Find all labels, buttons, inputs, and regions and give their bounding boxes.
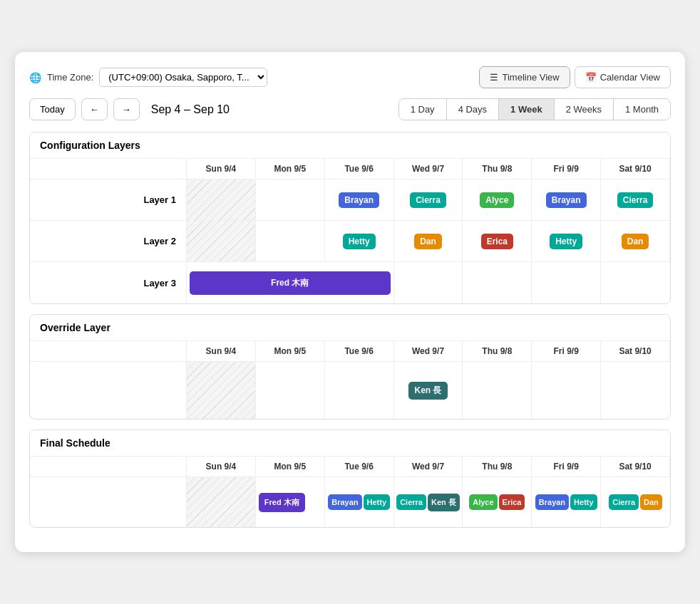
layer3-sat (601, 262, 670, 303)
layer1-label: Layer 1 (30, 179, 187, 221)
override-sat (601, 362, 670, 419)
final-sat[interactable]: Cierra Dan (601, 477, 670, 527)
period-1week[interactable]: 1 Week (499, 99, 555, 120)
layer3-label: Layer 3 (30, 262, 187, 303)
layer1-brayan-fri[interactable]: Brayan (546, 192, 587, 208)
layer2-erica-thu[interactable]: Erica (481, 234, 513, 249)
final-dan-sat[interactable]: Dan (640, 494, 662, 510)
final-fred-mon[interactable]: Fred 木南 (259, 493, 305, 512)
final-wed[interactable]: Cierra Ken 長 (394, 477, 463, 527)
configuration-layers-title: Configuration Layers (30, 132, 670, 159)
timezone-select[interactable]: (UTC+09:00) Osaka, Sapporo, T... (99, 68, 267, 87)
override-mon (256, 362, 325, 419)
final-header-mon: Mon 9/5 (256, 457, 325, 477)
layer2-mon (256, 221, 325, 262)
date-range: Sep 4 – Sep 10 (151, 103, 230, 116)
layer1-tue[interactable]: Brayan (325, 179, 394, 221)
final-grid: Sun 9/4 Mon 9/5 Tue 9/6 Wed 9/7 Thu 9/8 … (30, 457, 670, 527)
layer1-cierra-sat[interactable]: Cierra (617, 192, 654, 208)
config-header-tue: Tue 9/6 (325, 159, 394, 179)
layer2-sat[interactable]: Dan (601, 221, 670, 262)
calendar-view-button[interactable]: 📅 Calendar View (575, 66, 671, 88)
nav-row: Today ← → Sep 4 – Sep 10 1 Day 4 Days 1 … (29, 98, 671, 120)
final-ken-wed[interactable]: Ken 長 (428, 494, 460, 511)
layer1-cierra-wed[interactable]: Cierra (410, 192, 446, 208)
final-header-fri: Fri 9/9 (532, 457, 601, 477)
layer3-thu (463, 262, 532, 303)
header-row: 🌐 Time Zone: (UTC+09:00) Osaka, Sapporo,… (29, 66, 671, 88)
layer1-thu[interactable]: Alyce (463, 179, 532, 221)
override-ken-chip[interactable]: Ken 長 (408, 382, 447, 400)
layer1-brayan-tue[interactable]: Brayan (339, 192, 379, 208)
timeline-view-button[interactable]: ☰ Timeline View (479, 66, 570, 88)
final-fri[interactable]: Brayan Hetty (532, 477, 601, 527)
layer3-fri (532, 262, 601, 303)
override-sun (187, 362, 256, 419)
override-header-mon: Mon 9/5 (256, 341, 325, 362)
layer1-alyce-thu[interactable]: Alyce (480, 192, 514, 208)
layer3-fred-span[interactable]: Fred 木南 (187, 262, 394, 303)
final-header-sat: Sat 9/10 (601, 457, 670, 477)
final-hetty-tue[interactable]: Hetty (364, 494, 391, 510)
override-header-sun: Sun 9/4 (187, 341, 256, 362)
period-4days[interactable]: 4 Days (447, 99, 499, 120)
layer2-dan-sat[interactable]: Dan (622, 234, 649, 249)
override-fri (532, 362, 601, 419)
final-schedule-title: Final Schedule (30, 430, 670, 457)
layer2-fri[interactable]: Hetty (532, 221, 601, 262)
override-thu (463, 362, 532, 419)
final-cierra-sat[interactable]: Cierra (609, 494, 639, 510)
final-alyce-thu[interactable]: Alyce (469, 494, 497, 510)
override-grid: Sun 9/4 Mon 9/5 Tue 9/6 Wed 9/7 Thu 9/8 … (30, 341, 670, 419)
layer1-sat[interactable]: Cierra (601, 179, 670, 221)
period-2weeks[interactable]: 2 Weeks (555, 99, 614, 120)
layer2-label: Layer 2 (30, 221, 187, 262)
layer2-wed[interactable]: Dan (394, 221, 463, 262)
final-cierra-wed[interactable]: Cierra (396, 494, 426, 510)
layer2-tue[interactable]: Hetty (325, 221, 394, 262)
layer3-wed (394, 262, 463, 303)
layer2-sun (187, 221, 256, 262)
timezone-section: 🌐 Time Zone: (UTC+09:00) Osaka, Sapporo,… (29, 68, 267, 87)
override-header-wed: Wed 9/7 (394, 341, 463, 362)
period-buttons: 1 Day 4 Days 1 Week 2 Weeks 1 Month (398, 98, 671, 120)
app-container: 🌐 Time Zone: (UTC+09:00) Osaka, Sapporo,… (15, 52, 685, 552)
config-grid: Sun 9/4 Mon 9/5 Tue 9/6 Wed 9/7 Thu 9/8 … (30, 159, 670, 303)
layer2-thu[interactable]: Erica (463, 221, 532, 262)
layer2-dan-wed[interactable]: Dan (414, 234, 442, 249)
final-header-thu: Thu 9/8 (463, 457, 532, 477)
final-header-empty (30, 457, 187, 477)
layer1-sun (187, 179, 256, 221)
final-erica-thu[interactable]: Erica (499, 494, 525, 510)
override-layer-title: Override Layer (30, 315, 670, 341)
layer1-fri[interactable]: Brayan (532, 179, 601, 221)
timezone-label: Time Zone: (47, 72, 93, 83)
config-header-sun: Sun 9/4 (187, 159, 256, 179)
final-tue[interactable]: Brayan Hetty (325, 477, 394, 527)
prev-button[interactable]: ← (81, 98, 108, 120)
override-tue (325, 362, 394, 419)
period-1month[interactable]: 1 Month (614, 99, 670, 120)
override-wed[interactable]: Ken 長 (394, 362, 463, 419)
final-hetty-fri[interactable]: Hetty (570, 494, 597, 510)
layer2-hetty-fri[interactable]: Hetty (550, 234, 582, 249)
today-button[interactable]: Today (29, 98, 76, 120)
final-schedule-section: Final Schedule Sun 9/4 Mon 9/5 Tue 9/6 W… (29, 429, 671, 528)
period-1day[interactable]: 1 Day (399, 99, 447, 120)
final-sun (187, 477, 256, 527)
override-header-tue: Tue 9/6 (325, 341, 394, 362)
layer2-hetty-tue[interactable]: Hetty (343, 234, 376, 249)
final-brayan-fri[interactable]: Brayan (535, 494, 569, 510)
final-brayan-tue[interactable]: Brayan (328, 494, 361, 510)
view-buttons: ☰ Timeline View 📅 Calendar View (479, 66, 671, 88)
next-button[interactable]: → (113, 98, 140, 120)
final-thu[interactable]: Alyce Erica (463, 477, 532, 527)
override-header-sat: Sat 9/10 (601, 341, 670, 362)
layer3-fred-chip[interactable]: Fred 木南 (190, 271, 391, 295)
layer1-wed[interactable]: Cierra (394, 179, 463, 221)
final-header-sun: Sun 9/4 (187, 457, 256, 477)
override-layer-section: Override Layer Sun 9/4 Mon 9/5 Tue 9/6 W… (29, 314, 671, 420)
configuration-layers-section: Configuration Layers Sun 9/4 Mon 9/5 Tue… (29, 132, 671, 304)
final-mon[interactable]: Fred 木南 (256, 477, 325, 527)
config-header-wed: Wed 9/7 (394, 159, 463, 179)
